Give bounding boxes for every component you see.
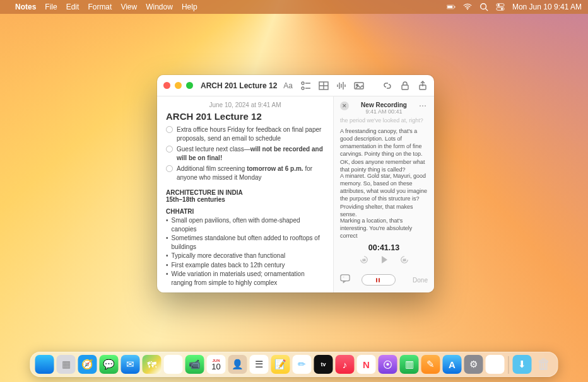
checkbox-icon[interactable] <box>166 146 173 153</box>
menu-file[interactable]: File <box>45 3 57 11</box>
svg-rect-34 <box>341 275 350 281</box>
svg-point-10 <box>302 82 304 84</box>
checklist-item[interactable]: Additional film screening tomorrow at 6 … <box>166 165 324 182</box>
menu-view[interactable]: View <box>121 3 137 11</box>
link-icon[interactable] <box>382 80 392 91</box>
skip-forward-15-icon[interactable]: 15 <box>400 255 409 267</box>
battery-icon[interactable] <box>447 3 456 11</box>
window-zoom-button[interactable] <box>186 82 193 89</box>
checkbox-icon[interactable] <box>166 165 173 172</box>
dock-photos[interactable]: ✿ <box>164 355 183 374</box>
media-icon[interactable] <box>353 80 364 91</box>
done-button[interactable]: Done <box>413 277 428 284</box>
control-center-icon[interactable] <box>496 3 505 11</box>
bullet-item: Small open pavilions, often with dome-sh… <box>166 216 324 233</box>
transcript-paragraph: A minaret. Gold star, Mayuri, good memor… <box>340 172 428 212</box>
dock-contacts[interactable]: 👤 <box>228 355 247 374</box>
bullet-item: Typically more decorative than functiona… <box>166 252 324 260</box>
dock-notes[interactable]: 📝 <box>271 355 290 374</box>
svg-point-7 <box>498 4 500 6</box>
transcript-paragraph: Marking a location, that's interesting. … <box>340 217 428 240</box>
svg-rect-36 <box>38 358 51 371</box>
transcript-toggle-icon[interactable]: “ <box>340 274 350 286</box>
dock-freeform[interactable]: ✏︎ <box>293 355 312 374</box>
note-timestamp: June 10, 2024 at 9:41 AM <box>166 101 324 108</box>
svg-rect-6 <box>497 4 504 6</box>
dock-news[interactable]: N <box>357 355 376 374</box>
transcript[interactable]: the period we've looked at, right? A fre… <box>334 117 434 241</box>
app-menu-notes[interactable]: Notes <box>15 3 36 11</box>
dock-music[interactable]: ♪ <box>336 355 355 374</box>
window-close-button[interactable] <box>163 82 170 89</box>
dock-tv[interactable]: tv <box>314 355 333 374</box>
lock-icon[interactable] <box>399 80 410 91</box>
wifi-icon[interactable] <box>463 3 472 11</box>
dock-trash[interactable]: 🗑 <box>534 355 553 374</box>
svg-rect-2 <box>454 6 455 8</box>
bullet-item: Sometimes standalone but often added to … <box>166 234 324 251</box>
share-icon[interactable] <box>417 80 428 91</box>
player: 00:41.13 15 15 <box>334 241 434 269</box>
dock-podcasts[interactable]: ⦿ <box>379 355 397 374</box>
checklist-item[interactable]: Extra office hours Friday for feedback o… <box>166 125 324 142</box>
dock-messages[interactable]: 💬 <box>100 355 119 374</box>
section-heading: ARCHITECTURE IN INDIA <box>166 189 324 196</box>
checkbox-icon[interactable] <box>166 126 173 133</box>
dock-pages[interactable]: ✎ <box>421 355 440 374</box>
menu-format[interactable]: Format <box>88 3 112 11</box>
transcript-line: the period we've looked at, right? <box>340 117 428 124</box>
dock-maps[interactable]: 🗺 <box>143 355 162 374</box>
svg-rect-1 <box>447 6 452 8</box>
bullet-item: First example dates back to 12th century <box>166 261 324 270</box>
table-icon[interactable] <box>318 80 329 91</box>
dock-downloads[interactable]: ⬇︎ <box>513 355 532 374</box>
menu-window[interactable]: Window <box>146 3 173 11</box>
transcript-paragraph: A freestanding canopy, that's a good des… <box>340 127 428 168</box>
play-icon[interactable] <box>380 255 389 267</box>
svg-rect-8 <box>497 8 504 10</box>
checklist-icon[interactable] <box>300 80 311 91</box>
menu-edit[interactable]: Edit <box>66 3 79 11</box>
menubar: Notes File Edit Format View Window Help … <box>0 0 588 14</box>
subsection-heading: CHHATRI <box>166 208 324 215</box>
svg-text:15: 15 <box>403 258 406 262</box>
dock-finder[interactable] <box>35 355 54 374</box>
close-panel-icon[interactable]: ✕ <box>340 101 349 110</box>
dock-settings[interactable]: ⚙︎ <box>464 355 483 374</box>
recording-title: New Recording <box>354 101 414 108</box>
spotlight-icon[interactable] <box>479 3 488 11</box>
bullet-item: Wide variation in materials used; orname… <box>166 270 324 287</box>
svg-point-9 <box>501 8 503 9</box>
menubar-clock[interactable]: Mon Jun 10 9:41 AM <box>512 3 582 11</box>
checklist-item[interactable]: Guest lecture next class—will not be rec… <box>166 145 324 162</box>
format-aa-button[interactable]: Aa <box>283 80 293 91</box>
svg-point-4 <box>481 4 486 9</box>
dock-facetime[interactable]: 📹 <box>185 355 204 374</box>
window-title: ARCH 201 Lecture 12 <box>201 81 277 90</box>
svg-text:15: 15 <box>362 258 365 262</box>
dock-appstore[interactable]: A <box>443 355 462 374</box>
dock-mail[interactable]: ✉︎ <box>121 355 140 374</box>
window-minimize-button[interactable] <box>175 82 182 89</box>
dock-calendar[interactable]: JUN10 <box>207 355 226 374</box>
dock-launchpad[interactable]: ▦ <box>57 355 76 374</box>
menu-help[interactable]: Help <box>182 3 197 11</box>
pause-record-button[interactable] <box>362 274 396 286</box>
section-subheading: 15th–18th centuries <box>166 196 324 203</box>
dock-numbers[interactable]: ▥ <box>400 355 419 374</box>
dock-reminders[interactable]: ☰ <box>250 355 269 374</box>
svg-rect-24 <box>402 85 408 90</box>
skip-back-15-icon[interactable]: 15 <box>360 255 368 267</box>
note-title: ARCH 201 Lecture 12 <box>166 111 324 122</box>
dock-safari[interactable]: 🧭 <box>78 355 97 374</box>
dock-iphone-mirroring[interactable]: ▮ <box>486 355 505 374</box>
more-icon[interactable]: ⋯ <box>419 101 428 110</box>
svg-point-3 <box>467 9 468 10</box>
recording-subtitle: 9:41 AM 00:41 <box>354 108 414 115</box>
note-body[interactable]: June 10, 2024 at 9:41 AM ARCH 201 Lectur… <box>157 96 334 292</box>
titlebar: ARCH 201 Lecture 12 Aa <box>157 75 434 96</box>
svg-point-23 <box>356 84 358 86</box>
dock-separator <box>509 356 509 374</box>
svg-text:“: “ <box>343 275 344 280</box>
audio-record-icon[interactable] <box>336 80 346 91</box>
